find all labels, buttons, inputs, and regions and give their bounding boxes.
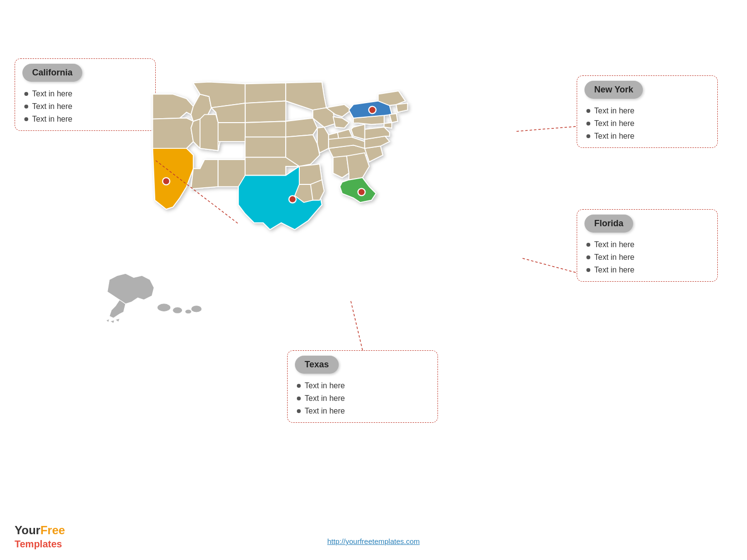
bullet-icon — [24, 105, 28, 108]
svg-line-5 — [516, 126, 576, 131]
bullet-icon — [297, 384, 301, 388]
texas-label: Texas — [305, 360, 329, 369]
logo-your: Your — [15, 524, 40, 537]
newyork-title-pill: New York — [584, 81, 643, 99]
texas-callout-box: Texas Text in here Text in here Text in … — [287, 350, 438, 423]
map-container — [83, 58, 516, 360]
bullet-icon — [297, 409, 301, 413]
svg-point-0 — [157, 304, 171, 312]
california-pin — [163, 178, 170, 185]
bullet-icon — [24, 92, 28, 96]
logo-free: Free — [40, 524, 65, 537]
newyork-callout-box: New York Text in here Text in here Text … — [577, 75, 718, 148]
florida-callout-box: Florida Text in here Text in here Text i… — [577, 209, 718, 282]
bullet-icon — [586, 255, 590, 259]
florida-item-2: Text in here — [586, 251, 710, 264]
bullet-icon — [586, 243, 590, 247]
footer: http://yourfreetemplates.com — [0, 537, 747, 545]
florida-title-pill: Florida — [584, 215, 633, 233]
svg-point-2 — [185, 309, 191, 314]
texas-list: Text in here Text in here Text in here — [295, 378, 430, 417]
svg-point-3 — [191, 306, 202, 312]
florida-item-3: Text in here — [586, 264, 710, 276]
florida-label: Florida — [594, 218, 623, 228]
texas-item-2: Text in here — [297, 392, 430, 405]
texas-item-3: Text in here — [297, 405, 430, 417]
florida-pin — [358, 188, 365, 196]
bullet-icon — [586, 268, 590, 272]
newyork-item-2: Text in here — [586, 117, 710, 130]
bullet-icon — [24, 117, 28, 121]
svg-line-6 — [521, 258, 576, 272]
florida-list: Text in here Text in here Text in here — [584, 236, 710, 276]
svg-point-1 — [173, 307, 182, 313]
newyork-list: Text in here Text in here Text in here — [584, 103, 710, 143]
bullet-icon — [586, 122, 590, 126]
california-label: California — [32, 68, 73, 77]
newyork-item-3: Text in here — [586, 130, 710, 143]
florida-item-1: Text in here — [586, 238, 710, 251]
newyork-item-1: Text in here — [586, 105, 710, 117]
newyork-label: New York — [594, 85, 633, 94]
footer-link[interactable]: http://yourfreetemplates.com — [327, 537, 419, 545]
texas-pin — [289, 196, 296, 203]
bullet-icon — [586, 109, 590, 113]
texas-item-1: Text in here — [297, 379, 430, 392]
bullet-icon — [297, 397, 301, 400]
usa-map — [83, 58, 516, 360]
california-title-pill: California — [22, 64, 82, 82]
bullet-icon — [586, 134, 590, 138]
newyork-pin — [369, 107, 376, 114]
